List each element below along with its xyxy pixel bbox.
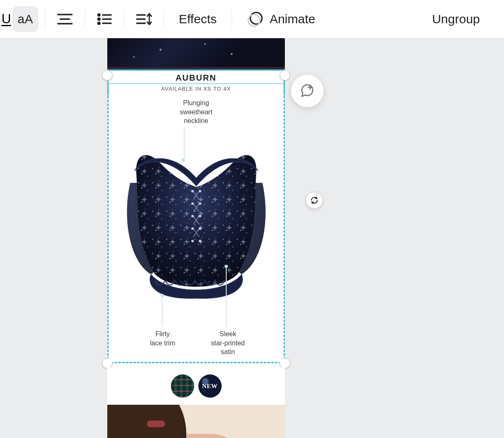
effects-button[interactable]: Effects	[170, 12, 225, 26]
svg-point-29	[199, 190, 201, 192]
selection-handle-tr[interactable]	[279, 70, 290, 81]
svg-point-36	[191, 240, 194, 242]
align-center-icon	[57, 13, 73, 25]
editor-canvas[interactable]: AUBURN AVAILABLE IN XS TO 4X Plunging sw…	[0, 38, 504, 438]
swatch-stars-new[interactable]: NEW	[198, 374, 222, 398]
selection-handle-tl[interactable]	[102, 70, 113, 81]
svg-point-28	[191, 190, 194, 192]
underline-icon: U	[1, 11, 11, 27]
bullet-list-icon	[97, 13, 112, 25]
effects-label: Effects	[179, 12, 217, 26]
product-title-block[interactable]: AUBURN AVAILABLE IN XS TO 4X	[107, 69, 285, 96]
product-detail-card: Plunging sweetheart neckline	[109, 94, 284, 362]
rotate-handle[interactable]	[306, 192, 323, 209]
text-case-icon: aA	[17, 12, 33, 26]
comment-add-button[interactable]	[291, 75, 324, 107]
swatch-plaid[interactable]	[171, 374, 194, 398]
svg-point-34	[191, 227, 194, 230]
toolbar-separator	[45, 10, 45, 29]
swatch-new-badge: NEW	[202, 383, 217, 390]
svg-point-5	[97, 22, 101, 25]
model-lips	[147, 421, 165, 427]
svg-point-33	[199, 215, 201, 217]
animate-button[interactable]: Animate	[239, 11, 324, 27]
toolbar-separator	[163, 10, 164, 29]
animate-icon	[247, 11, 264, 27]
product-subtitle: AVAILABLE IN XS TO 4X	[109, 86, 284, 92]
line-spacing-icon	[135, 12, 153, 26]
callout-neckline: Plunging sweetheart neckline	[109, 98, 284, 125]
toolbar-separator	[84, 10, 85, 29]
toolbar-separator	[232, 10, 232, 29]
svg-point-37	[199, 240, 201, 242]
callout-lace-trim: Flirty lace trim	[133, 330, 192, 347]
leader-line-bl	[162, 295, 163, 326]
text-align-button[interactable]	[52, 6, 78, 32]
lifestyle-image	[107, 405, 285, 438]
animate-label: Animate	[269, 12, 315, 26]
title-divider	[109, 84, 284, 84]
leader-dot-bl	[161, 294, 164, 297]
svg-point-31	[199, 202, 201, 205]
product-title: AUBURN	[109, 73, 284, 83]
text-case-button[interactable]: aA	[12, 6, 38, 32]
ungroup-button[interactable]: Ungroup	[432, 12, 497, 26]
model-hair	[107, 405, 186, 438]
color-swatch-row: NEW	[107, 367, 285, 405]
hero-image-crop	[107, 38, 285, 69]
svg-point-3	[97, 13, 101, 17]
line-spacing-button[interactable]	[131, 6, 157, 32]
comment-plus-icon	[299, 83, 316, 99]
toolbar-left-group: U aA	[0, 0, 324, 38]
corset-image	[122, 137, 271, 300]
svg-point-30	[191, 202, 194, 205]
bullet-list-button[interactable]	[91, 6, 117, 32]
leader-dot-br	[225, 265, 228, 268]
text-toolbar: U aA	[0, 0, 504, 38]
svg-point-32	[191, 215, 194, 217]
underline-button[interactable]: U	[0, 6, 12, 32]
rotate-icon	[310, 196, 319, 205]
ungroup-label: Ungroup	[432, 12, 480, 26]
leader-line-br	[226, 266, 227, 326]
toolbar-separator	[124, 10, 124, 29]
svg-point-4	[97, 17, 101, 21]
svg-point-14	[248, 15, 260, 26]
callout-satin: Sleek star-printed satin	[197, 330, 259, 357]
svg-point-35	[199, 227, 201, 230]
